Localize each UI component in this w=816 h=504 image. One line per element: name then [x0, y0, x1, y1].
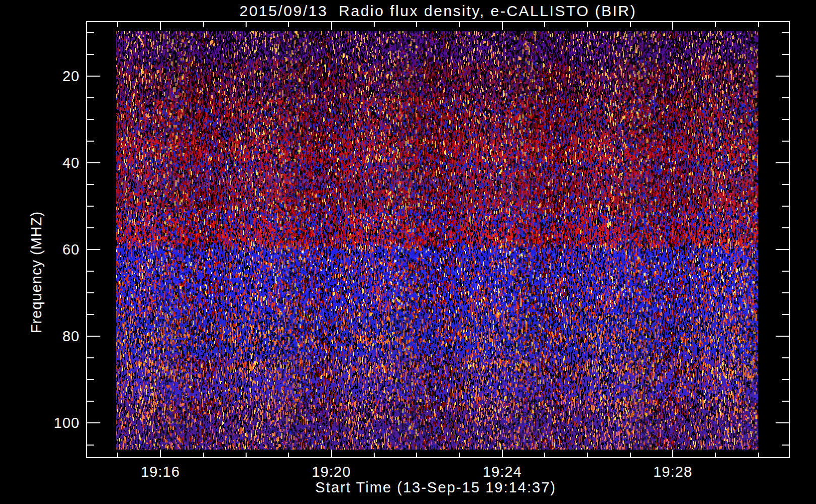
tick-mark	[87, 141, 94, 142]
tick-mark	[203, 453, 204, 457]
tick-mark	[87, 76, 100, 77]
y-tick-label: 40	[19, 155, 80, 170]
y-tick-label: 80	[19, 329, 80, 344]
tick-mark	[87, 314, 94, 315]
tick-mark	[459, 22, 460, 27]
tick-mark	[87, 271, 94, 272]
tick-mark	[246, 453, 247, 457]
tick-mark	[203, 22, 204, 27]
tick-mark	[331, 450, 332, 457]
tick-mark	[630, 22, 631, 27]
tick-mark	[544, 453, 545, 457]
y-tick-label: 20	[19, 69, 80, 84]
tick-mark	[782, 401, 789, 402]
tick-mark	[416, 22, 417, 27]
x-tick-label: 19:16	[115, 464, 206, 479]
tick-mark	[160, 450, 161, 457]
tick-mark	[87, 227, 94, 228]
tick-mark	[87, 292, 94, 293]
tick-mark	[87, 445, 94, 446]
x-tick-label: 19:28	[627, 464, 718, 479]
tick-mark	[117, 22, 118, 27]
tick-mark	[459, 453, 460, 457]
tick-mark	[587, 453, 588, 457]
tick-mark	[782, 54, 789, 55]
tick-mark	[87, 97, 94, 98]
tick-mark	[776, 249, 789, 250]
tick-mark	[331, 22, 332, 30]
tick-mark	[288, 453, 289, 457]
tick-mark	[776, 422, 789, 423]
tick-mark	[782, 97, 789, 98]
tick-mark	[416, 453, 417, 457]
tick-mark	[502, 22, 503, 30]
tick-mark	[782, 292, 789, 293]
y-axis-title: Frequency (MHZ)	[28, 211, 45, 333]
tick-mark	[288, 22, 289, 27]
tick-mark	[87, 401, 94, 402]
tick-mark	[587, 22, 588, 27]
tick-mark	[246, 22, 247, 27]
tick-mark	[87, 162, 100, 163]
x-tick-label: 19:24	[457, 464, 548, 479]
tick-mark	[782, 32, 789, 33]
tick-mark	[87, 357, 94, 358]
tick-mark	[758, 453, 759, 457]
y-tick-label: 100	[19, 415, 80, 430]
tick-mark	[87, 54, 94, 55]
tick-mark	[782, 119, 789, 120]
tick-mark	[776, 76, 789, 77]
tick-mark	[630, 453, 631, 457]
tick-mark	[87, 184, 94, 185]
tick-mark	[87, 119, 94, 120]
tick-mark	[782, 206, 789, 207]
tick-mark	[782, 271, 789, 272]
tick-mark	[782, 379, 789, 380]
tick-mark	[117, 453, 118, 457]
tick-mark	[776, 162, 789, 163]
tick-mark	[782, 184, 789, 185]
tick-mark	[544, 22, 545, 27]
tick-mark	[374, 22, 375, 27]
tick-mark	[672, 450, 673, 457]
tick-mark	[776, 336, 789, 337]
tick-mark	[672, 22, 673, 30]
tick-mark	[715, 22, 716, 27]
tick-mark	[374, 453, 375, 457]
tick-mark	[782, 227, 789, 228]
tick-mark	[160, 22, 161, 30]
chart-title: 2015/09/13 Radio flux density, e-CALLIST…	[86, 3, 790, 20]
tick-mark	[87, 336, 100, 337]
tick-mark	[782, 357, 789, 358]
x-tick-label: 19:20	[286, 464, 377, 479]
y-tick-label: 60	[19, 242, 80, 257]
plot-frame	[86, 21, 790, 458]
x-axis-title: Start Time (13-Sep-15 19:14:37)	[209, 479, 663, 496]
tick-mark	[782, 141, 789, 142]
tick-mark	[87, 379, 94, 380]
tick-mark	[87, 206, 94, 207]
spectrogram-chart: 2015/09/13 Radio flux density, e-CALLIST…	[0, 0, 816, 504]
tick-mark	[87, 249, 100, 250]
tick-mark	[758, 22, 759, 27]
tick-mark	[782, 314, 789, 315]
tick-mark	[87, 422, 100, 423]
tick-mark	[715, 453, 716, 457]
tick-mark	[87, 32, 94, 33]
tick-mark	[782, 445, 789, 446]
tick-mark	[502, 450, 503, 457]
